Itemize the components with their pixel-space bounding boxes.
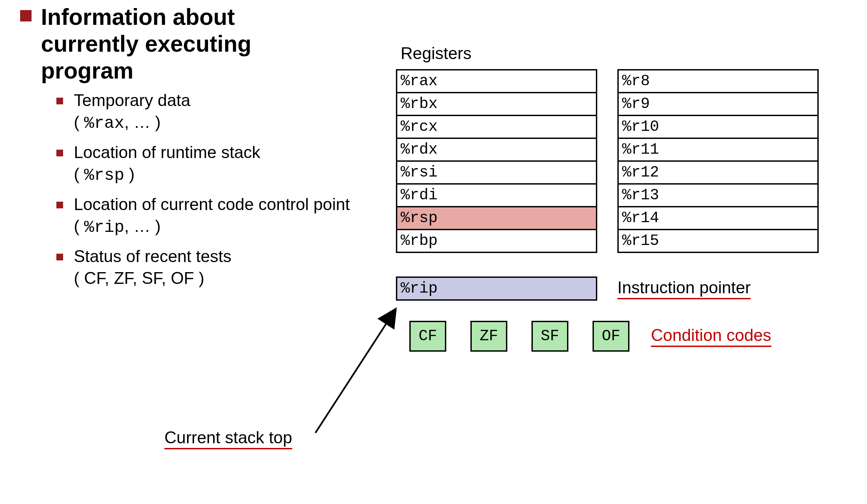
title-line-2: currently executing	[41, 31, 251, 56]
detail-mono: %rax	[84, 114, 125, 133]
right-column: Registers %rax %rbx %rcx %rdx %rsi %rdi …	[396, 44, 846, 352]
flag-sf: SF	[532, 321, 568, 352]
sub-label: Temporary data	[74, 91, 190, 110]
slide: Information about currently executing pr…	[0, 0, 867, 504]
sub-label: Location of runtime stack	[74, 143, 260, 162]
sub-item-temp-data: Temporary data ( %rax, … )	[56, 90, 383, 133]
registers-heading: Registers	[400, 44, 846, 63]
current-stack-top-label: Current stack top	[164, 428, 292, 449]
sub-detail: ( CF, ZF, SF, OF )	[74, 268, 383, 288]
reg-r13: %r13	[617, 183, 819, 207]
sub-detail: ( %rax, … )	[74, 112, 383, 133]
sub-detail: ( %rip, … )	[74, 216, 383, 238]
detail-suffix: , … )	[125, 113, 161, 131]
arrow-stack-top-icon	[305, 299, 406, 440]
reg-r9: %r9	[617, 92, 819, 116]
detail-suffix: , … )	[125, 217, 161, 236]
sub-list: Temporary data ( %rax, … ) Location of r…	[56, 90, 383, 288]
reg-r8: %r8	[617, 69, 819, 93]
flag-of: OF	[592, 321, 630, 352]
instruction-pointer-label: Instruction pointer	[617, 278, 751, 299]
register-col-1: %rax %rbx %rcx %rdx %rsi %rdi %rsp %rbp	[396, 69, 597, 253]
register-col-2: %r8 %r9 %r10 %r11 %r12 %r13 %r14 %r15	[617, 69, 819, 253]
reg-rcx: %rcx	[396, 115, 597, 139]
reg-r11: %r11	[617, 138, 819, 162]
detail-prefix: (	[74, 217, 84, 236]
reg-rax: %rax	[396, 69, 597, 93]
sub-label: Status of recent tests	[74, 247, 232, 266]
reg-rsi: %rsi	[396, 160, 597, 184]
condition-codes-label: Condition codes	[651, 325, 771, 347]
bullet-square-icon	[20, 10, 32, 21]
reg-rdi: %rdi	[396, 183, 597, 207]
sub-item-runtime-stack: Location of runtime stack ( %rsp )	[56, 142, 383, 185]
title-line-3: program	[41, 58, 133, 83]
reg-r12: %r12	[617, 160, 819, 184]
flag-cf: CF	[409, 321, 446, 352]
reg-rsp: %rsp	[396, 206, 597, 230]
sub-item-control-point: Location of current code control point (…	[56, 194, 383, 238]
sub-item-status-flags: Status of recent tests ( CF, ZF, SF, OF …	[56, 246, 383, 288]
sub-detail: ( %rsp )	[74, 164, 383, 185]
detail-suffix: )	[125, 165, 135, 184]
flags-row: CF ZF SF OF Condition codes	[396, 321, 846, 352]
detail-prefix: ( CF, ZF, SF, OF )	[74, 269, 204, 288]
rip-row: %rip Instruction pointer	[396, 277, 846, 301]
reg-rbx: %rbx	[396, 92, 597, 116]
detail-mono: %rsp	[84, 166, 125, 185]
main-bullet: Information about currently executing pr…	[20, 3, 383, 84]
left-column: Information about currently executing pr…	[20, 3, 383, 297]
reg-rip: %rip	[396, 277, 597, 301]
title-line-1: Information about	[41, 4, 235, 30]
flag-zf: ZF	[470, 321, 507, 352]
reg-r14: %r14	[617, 206, 819, 230]
detail-mono: %rip	[84, 218, 125, 237]
detail-prefix: (	[74, 165, 84, 184]
register-columns: %rax %rbx %rcx %rdx %rsi %rdi %rsp %rbp …	[396, 69, 846, 253]
reg-rdx: %rdx	[396, 138, 597, 162]
reg-r10: %r10	[617, 115, 819, 139]
detail-prefix: (	[74, 113, 84, 131]
reg-rbp: %rbp	[396, 229, 597, 253]
sub-label: Location of current code control point	[74, 195, 350, 214]
svg-line-0	[315, 309, 396, 433]
reg-r15: %r15	[617, 229, 819, 253]
main-title: Information about currently executing pr…	[41, 3, 251, 84]
